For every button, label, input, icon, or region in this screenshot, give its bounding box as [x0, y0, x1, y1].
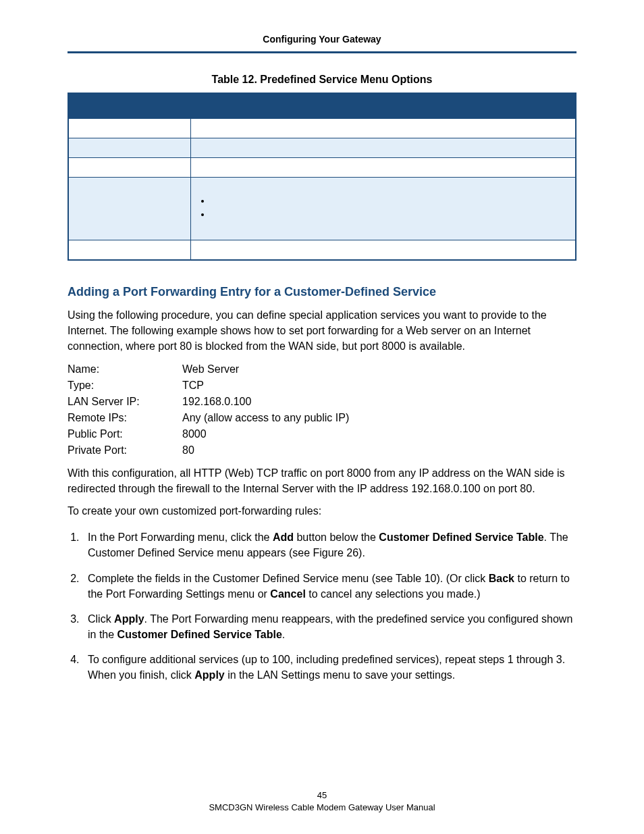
table-caption: Table 12. Predefined Service Menu Option… [68, 74, 576, 86]
bullet-list [211, 195, 568, 222]
kv-key: Public Port: [68, 426, 182, 442]
kv-key: Remote IPs: [68, 410, 182, 426]
kv-key: Name: [68, 361, 182, 377]
step-item: Click Apply. The Port Forwarding menu re… [82, 611, 576, 642]
table-row [68, 158, 576, 178]
table-row [68, 240, 576, 261]
kv-value: 192.168.0.100 [182, 394, 251, 410]
paragraph: To create your own customized port-forwa… [68, 503, 576, 519]
steps-list: In the Port Forwarding menu, click the A… [68, 529, 576, 683]
table-row [68, 178, 576, 240]
paragraph: With this configuration, all HTTP (Web) … [68, 465, 576, 496]
table-header-option [68, 93, 191, 119]
kv-value: Web Server [182, 361, 239, 377]
section-heading: Adding a Port Forwarding Entry for a Cus… [68, 285, 576, 299]
predefined-service-table [68, 93, 576, 261]
kv-key: Private Port: [68, 442, 182, 459]
footer-text: SMCD3GN Wireless Cable Modem Gateway Use… [0, 802, 644, 814]
page-number: 45 [0, 789, 644, 802]
table-header-desc [191, 93, 576, 119]
step-item: Complete the fields in the Customer Defi… [82, 571, 576, 602]
page-footer: 45 SMCD3GN Wireless Cable Modem Gateway … [0, 789, 644, 814]
kv-value: 80 [182, 442, 194, 459]
kv-value: Any (allow access to any public IP) [182, 410, 349, 426]
page-container: Configuring Your Gateway Table 12. Prede… [0, 0, 644, 834]
table-row [68, 138, 576, 158]
page-header: Configuring Your Gateway [68, 34, 576, 53]
list-item [211, 195, 568, 209]
paragraph: Using the following procedure, you can d… [68, 307, 576, 355]
kv-value: TCP [182, 377, 204, 394]
step-item: In the Port Forwarding menu, click the A… [82, 529, 576, 561]
step-item: To configure additional services (up to … [82, 652, 576, 683]
kv-value: 8000 [182, 426, 207, 442]
list-item [211, 209, 568, 222]
kv-key: Type: [68, 377, 182, 394]
example-config-list: Name:Web Server Type:TCP LAN Server IP:1… [68, 361, 576, 459]
table-row [68, 119, 576, 138]
kv-key: LAN Server IP: [68, 394, 182, 410]
